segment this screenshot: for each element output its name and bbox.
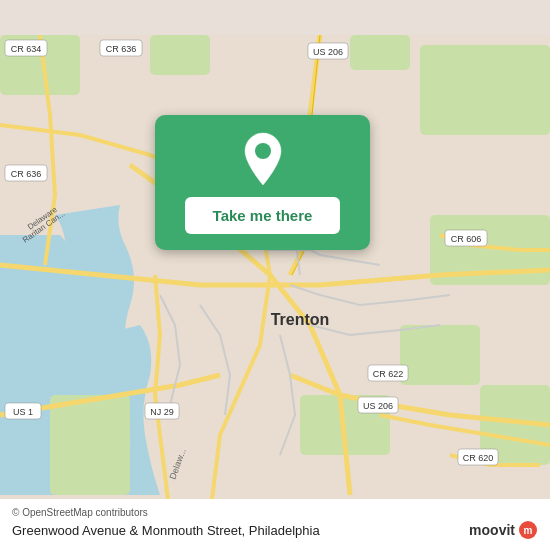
- svg-rect-5: [350, 35, 410, 70]
- pin-icon: [237, 133, 289, 185]
- svg-text:CR 620: CR 620: [463, 453, 494, 463]
- svg-text:CR 606: CR 606: [451, 234, 482, 244]
- moovit-logo: moovit m: [469, 520, 538, 540]
- svg-text:US 206: US 206: [313, 47, 343, 57]
- moovit-brand-text: moovit: [469, 522, 515, 538]
- location-label: Greenwood Avenue & Monmouth Street, Phil…: [12, 523, 320, 538]
- svg-text:US 1: US 1: [13, 407, 33, 417]
- take-me-there-button[interactable]: Take me there: [185, 197, 341, 234]
- svg-rect-1: [420, 45, 550, 135]
- location-row: Greenwood Avenue & Monmouth Street, Phil…: [12, 520, 538, 540]
- svg-point-34: [255, 143, 271, 159]
- location-card: Take me there: [155, 115, 370, 250]
- moovit-icon: m: [518, 520, 538, 540]
- map-background: CR 634 CR 636 US 206 CR 636 CR 606 Delaw…: [0, 0, 550, 550]
- svg-text:CR 634: CR 634: [11, 44, 42, 54]
- svg-text:US 206: US 206: [363, 401, 393, 411]
- svg-text:Trenton: Trenton: [271, 311, 330, 328]
- svg-text:m: m: [524, 525, 533, 536]
- svg-rect-6: [400, 325, 480, 385]
- svg-text:CR 622: CR 622: [373, 369, 404, 379]
- svg-text:CR 636: CR 636: [11, 169, 42, 179]
- svg-rect-9: [50, 395, 130, 495]
- svg-text:NJ 29: NJ 29: [150, 407, 174, 417]
- bottom-bar: © OpenStreetMap contributors Greenwood A…: [0, 499, 550, 550]
- svg-rect-4: [150, 35, 210, 75]
- map-container: CR 634 CR 636 US 206 CR 636 CR 606 Delaw…: [0, 0, 550, 550]
- map-attribution: © OpenStreetMap contributors: [12, 507, 538, 518]
- svg-text:CR 636: CR 636: [106, 44, 137, 54]
